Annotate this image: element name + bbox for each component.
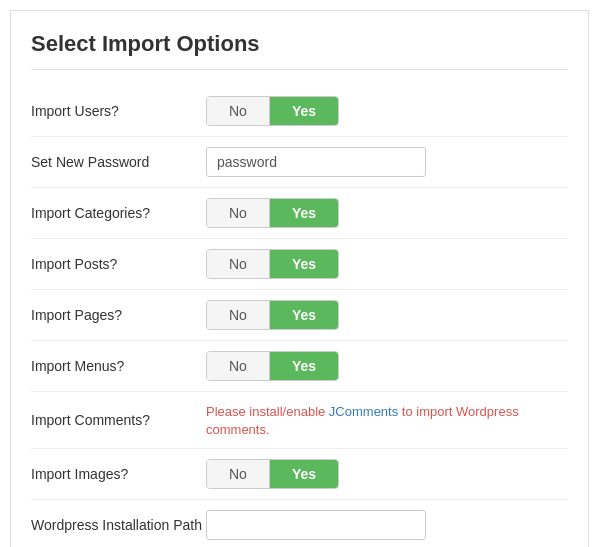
warning-prefix: Please install/enable — [206, 404, 329, 419]
password-input[interactable] — [206, 147, 426, 177]
import-menus-no-btn[interactable]: No — [207, 352, 269, 380]
import-comments-label: Import Comments? — [31, 412, 206, 428]
import-menus-yes-btn[interactable]: Yes — [269, 352, 338, 380]
comments-warning: Please install/enable JComments to impor… — [206, 404, 519, 437]
import-menus-row: Import Menus? No Yes — [31, 341, 568, 392]
import-images-toggle[interactable]: No Yes — [206, 459, 339, 489]
import-users-toggle[interactable]: No Yes — [206, 96, 339, 126]
import-categories-no-btn[interactable]: No — [207, 199, 269, 227]
import-categories-control: No Yes — [206, 198, 568, 228]
import-posts-toggle[interactable]: No Yes — [206, 249, 339, 279]
import-posts-control: No Yes — [206, 249, 568, 279]
import-comments-control: Please install/enable JComments to impor… — [206, 402, 568, 438]
import-pages-row: Import Pages? No Yes — [31, 290, 568, 341]
import-menus-control: No Yes — [206, 351, 568, 381]
wordpress-path-input[interactable] — [206, 510, 426, 540]
import-pages-yes-btn[interactable]: Yes — [269, 301, 338, 329]
import-pages-no-btn[interactable]: No — [207, 301, 269, 329]
import-images-label: Import Images? — [31, 466, 206, 482]
wordpress-path-label: Wordpress Installation Path — [31, 517, 206, 533]
import-images-yes-btn[interactable]: Yes — [269, 460, 338, 488]
import-pages-label: Import Pages? — [31, 307, 206, 323]
import-images-no-btn[interactable]: No — [207, 460, 269, 488]
wordpress-path-row: Wordpress Installation Path — [31, 500, 568, 547]
import-images-control: No Yes — [206, 459, 568, 489]
set-password-control — [206, 147, 568, 177]
import-comments-row: Import Comments? Please install/enable J… — [31, 392, 568, 449]
import-images-row: Import Images? No Yes — [31, 449, 568, 500]
import-menus-toggle[interactable]: No Yes — [206, 351, 339, 381]
import-users-yes-btn[interactable]: Yes — [269, 97, 338, 125]
set-password-label: Set New Password — [31, 154, 206, 170]
import-categories-yes-btn[interactable]: Yes — [269, 199, 338, 227]
jcomments-link[interactable]: JComments — [329, 404, 398, 419]
import-menus-label: Import Menus? — [31, 358, 206, 374]
import-users-label: Import Users? — [31, 103, 206, 119]
import-categories-toggle[interactable]: No Yes — [206, 198, 339, 228]
import-posts-no-btn[interactable]: No — [207, 250, 269, 278]
import-posts-yes-btn[interactable]: Yes — [269, 250, 338, 278]
main-container: Select Import Options Import Users? No Y… — [10, 10, 589, 547]
wordpress-path-control — [206, 510, 568, 540]
import-users-row: Import Users? No Yes — [31, 86, 568, 137]
import-pages-control: No Yes — [206, 300, 568, 330]
import-pages-toggle[interactable]: No Yes — [206, 300, 339, 330]
import-posts-label: Import Posts? — [31, 256, 206, 272]
import-categories-row: Import Categories? No Yes — [31, 188, 568, 239]
set-password-row: Set New Password — [31, 137, 568, 188]
page-title: Select Import Options — [31, 31, 568, 70]
import-posts-row: Import Posts? No Yes — [31, 239, 568, 290]
import-users-no-btn[interactable]: No — [207, 97, 269, 125]
import-users-control: No Yes — [206, 96, 568, 126]
import-categories-label: Import Categories? — [31, 205, 206, 221]
